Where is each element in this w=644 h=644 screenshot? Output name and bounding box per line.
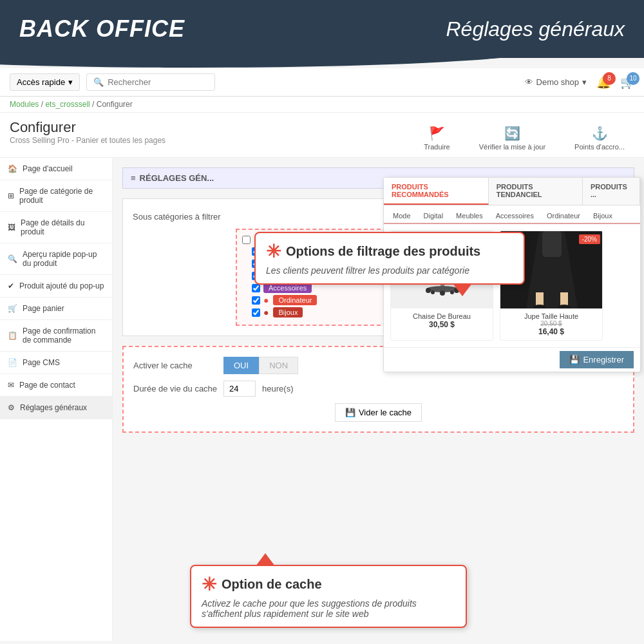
save-icon: 💾 bbox=[345, 408, 355, 417]
bijoux-tag: Bijoux bbox=[273, 307, 303, 317]
sidebar-item-cms[interactable]: 📄 Page CMS bbox=[0, 352, 112, 374]
save-icon: 💾 bbox=[569, 355, 580, 365]
accueil-checkbox[interactable] bbox=[242, 236, 251, 244]
filter-mode[interactable]: Mode bbox=[387, 209, 417, 223]
sidebar-label: Page panier bbox=[23, 304, 64, 313]
chevron-down-icon: ▾ bbox=[68, 77, 73, 87]
preview-tabs: PRODUITS RECOMMANDÉS PRODUITS TENDANCIEL… bbox=[384, 178, 640, 205]
svg-point-7 bbox=[431, 290, 435, 294]
dot-icon: ● bbox=[263, 295, 269, 305]
demo-shop-button[interactable]: 👁 Demo shop ▾ bbox=[525, 77, 587, 87]
filter-label: Sous catégories à filtrer bbox=[133, 209, 229, 222]
traduire-label: Traduire bbox=[424, 143, 450, 151]
breadcrumb-ets[interactable]: ets_crosssell bbox=[45, 100, 90, 109]
image-icon: 🖼 bbox=[8, 223, 15, 232]
enregistrer-button[interactable]: 💾 Enregistrer bbox=[560, 351, 634, 368]
sidebar-label: Page de contact bbox=[19, 381, 75, 390]
breadcrumb: Modules / ets_crosssell / Configurer bbox=[0, 97, 644, 113]
save-label: Enregistrer bbox=[583, 355, 624, 365]
page-header: Configurer Cross Selling Pro - Panier et… bbox=[0, 113, 644, 158]
tab-recommandes[interactable]: PRODUITS RECOMMANDÉS bbox=[384, 178, 489, 205]
top-nav-left: Accès rapide ▾ 🔍 bbox=[10, 73, 215, 91]
search-icon: 🔍 bbox=[93, 77, 104, 87]
home-icon: 🏠 bbox=[8, 164, 17, 173]
sidebar-item-accueil[interactable]: 🏠 Page d'accueil bbox=[0, 158, 112, 180]
filter-accessoires[interactable]: Accessoires bbox=[490, 209, 540, 223]
sidebar-item-contact[interactable]: ✉ Page de contact bbox=[0, 374, 112, 397]
preview-filter-tabs: Mode Digital Meubles Accessoires Ordinat… bbox=[384, 205, 640, 224]
notification-badge: 8 bbox=[603, 72, 616, 85]
tab-tendanciel[interactable]: PRODUITS TENDANCIEL bbox=[489, 178, 583, 205]
filter-meubles[interactable]: Meubles bbox=[450, 209, 489, 223]
back-office-title: BACK OFFICE bbox=[19, 15, 185, 43]
section-title: RÉGLAGES GÉN... bbox=[140, 173, 214, 183]
clipboard-icon: 📋 bbox=[8, 331, 17, 340]
filter-ordinateur[interactable]: Ordinateur bbox=[541, 209, 586, 223]
vider-cache-button[interactable]: 💾 Vider le cache bbox=[335, 403, 422, 422]
sidebar-label: Page de catégorie de produit bbox=[19, 187, 104, 205]
page-subtitle: Cross Selling Pro - Panier et toutes les… bbox=[10, 136, 166, 148]
eye-icon: 👁 bbox=[525, 77, 533, 87]
content-area: ≡ RÉGLAGES GÉN... Sous catégories à filt… bbox=[113, 158, 644, 641]
breadcrumb-configurer: Configurer bbox=[97, 100, 133, 109]
sidebar-label: Produit ajouté du pop-up bbox=[19, 281, 104, 290]
cache-label: Activer le cache bbox=[133, 361, 217, 370]
anchor-icon: ⚓ bbox=[592, 126, 608, 141]
sidebar-item-produit-ajoute[interactable]: ✔ Produit ajouté du pop-up bbox=[0, 275, 112, 298]
notification-area: 🔔 8 bbox=[596, 75, 611, 90]
toggle-group: OUI NON bbox=[223, 357, 298, 374]
tab-more[interactable]: PRODUITS ... bbox=[583, 178, 640, 205]
sidebar-item-reglages[interactable]: ⚙ Réglages généraux bbox=[0, 397, 112, 419]
verifier-button[interactable]: 🔄 Vérifier la mise à jour bbox=[469, 122, 555, 154]
acces-rapide-label: Accès rapide bbox=[17, 77, 65, 87]
doc-icon: 📄 bbox=[8, 358, 17, 367]
sidebar-item-categorie[interactable]: ⊞ Page de catégorie de produit bbox=[0, 180, 112, 212]
ordinateur-checkbox[interactable] bbox=[252, 296, 260, 305]
duree-input[interactable] bbox=[223, 381, 256, 397]
top-nav: Accès rapide ▾ 🔍 👁 Demo shop ▾ 🔔 8 🛒 10 bbox=[0, 68, 644, 97]
reglages-title: Réglages généraux bbox=[446, 17, 625, 41]
svg-point-4 bbox=[426, 288, 431, 293]
duration-unit: heure(s) bbox=[262, 384, 293, 393]
sidebar-label: Réglages généraux bbox=[20, 403, 87, 412]
filter-bijoux[interactable]: Bijoux bbox=[587, 209, 618, 223]
page-title: Configurer bbox=[10, 119, 166, 136]
non-button[interactable]: NON bbox=[259, 357, 298, 374]
tooltip-top-title: ✳ Options de filtrage des produits bbox=[266, 241, 513, 262]
verifier-label: Vérifier la mise à jour bbox=[479, 143, 545, 151]
asterisk-icon: ✳ bbox=[266, 241, 281, 262]
grid-icon: ⊞ bbox=[8, 191, 14, 200]
skirt-name: Jupe Taille Haute bbox=[504, 312, 598, 320]
sidebar-item-confirmation[interactable]: 📋 Page de confirmation de commande bbox=[0, 320, 112, 352]
points-button[interactable]: ⚓ Points d'accro... bbox=[565, 122, 634, 154]
breadcrumb-modules[interactable]: Modules bbox=[10, 100, 39, 109]
sidebar-label: Aperçu rapide pop-up du produit bbox=[23, 250, 104, 268]
chair-info: Chaise De Bureau 30,50 $ bbox=[391, 308, 493, 333]
acces-rapide-button[interactable]: Accès rapide ▾ bbox=[10, 73, 80, 91]
sidebar-item-apercu[interactable]: 🔍 Aperçu rapide pop-up du produit bbox=[0, 243, 112, 275]
traduire-button[interactable]: 🚩 Traduire bbox=[414, 122, 460, 154]
bijoux-checkbox[interactable] bbox=[252, 308, 260, 317]
sidebar: 🏠 Page d'accueil ⊞ Page de catégorie de … bbox=[0, 158, 113, 641]
sidebar-item-panier[interactable]: 🛒 Page panier bbox=[0, 298, 112, 320]
duree-label: Durée de vie du cache bbox=[133, 384, 217, 393]
svg-rect-19 bbox=[542, 231, 562, 257]
tooltip-arrow-up bbox=[256, 553, 275, 566]
oui-button[interactable]: OUI bbox=[223, 357, 259, 374]
svg-point-6 bbox=[440, 290, 445, 296]
accessoires-checkbox[interactable] bbox=[252, 284, 260, 292]
sidebar-item-details[interactable]: 🖼 Page de détails du produit bbox=[0, 212, 112, 243]
cart-badge: 10 bbox=[627, 72, 639, 85]
discount-badge: -20% bbox=[579, 234, 600, 244]
tooltip-top: ✳ Options de filtrage des produits Les c… bbox=[254, 232, 525, 285]
filter-digital[interactable]: Digital bbox=[418, 209, 450, 223]
search-input[interactable] bbox=[108, 77, 204, 87]
asterisk-icon2: ✳ bbox=[202, 574, 216, 595]
tooltip-arrow-down bbox=[453, 283, 472, 296]
tooltip-bottom-desc: Activez le cache pour que les suggestion… bbox=[202, 598, 455, 619]
chair-name: Chaise De Bureau bbox=[395, 312, 489, 320]
cart-area: 🛒 10 bbox=[620, 75, 634, 90]
duree-row: Durée de vie du cache heure(s) bbox=[133, 381, 623, 397]
zoom-icon: 🔍 bbox=[8, 254, 17, 263]
email-icon: ✉ bbox=[8, 381, 14, 390]
